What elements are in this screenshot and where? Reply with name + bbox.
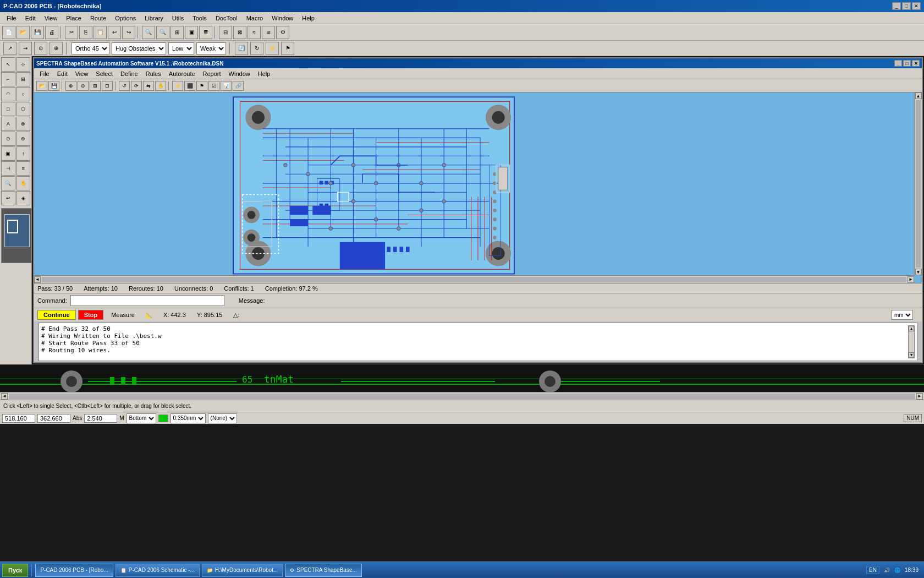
3d-btn[interactable]: ◈: [16, 191, 31, 205]
s-pick-btn[interactable]: ✋: [155, 81, 166, 91]
zoom-in-btn[interactable]: 🔍: [142, 26, 155, 39]
menu-edit[interactable]: Edit: [21, 14, 40, 23]
route3-btn[interactable]: ≈: [248, 26, 261, 39]
sm-rules[interactable]: Rules: [142, 70, 164, 78]
menu-doctool[interactable]: DocTool: [211, 14, 242, 23]
redo-btn[interactable]: ↪: [122, 26, 135, 39]
weak-select[interactable]: Weak: [196, 42, 226, 54]
s-zoom-fit[interactable]: ⊞: [90, 81, 101, 91]
save-btn[interactable]: 💾: [31, 26, 44, 39]
s-zoom-sel[interactable]: ⊡: [102, 81, 113, 91]
copy-btn[interactable]: ⎘: [79, 26, 92, 39]
layer-select[interactable]: Bottom: [127, 413, 156, 423]
menu-view[interactable]: View: [40, 14, 62, 23]
s-net-btn[interactable]: 🔗: [233, 81, 244, 91]
sm-autoroute[interactable]: Autoroute: [166, 70, 199, 78]
via-btn[interactable]: ⊙: [34, 42, 47, 55]
rect-btn[interactable]: □: [1, 102, 15, 116]
panview-btn[interactable]: ✋: [16, 176, 31, 190]
menu-utils[interactable]: Utils: [168, 14, 188, 23]
sm-select[interactable]: Select: [92, 70, 116, 78]
ortho-select[interactable]: Ortho 45: [72, 42, 109, 54]
s-route-btn[interactable]: ⚡: [172, 81, 183, 91]
wire-btn[interactable]: ⌐: [1, 72, 15, 86]
zoom-btn[interactable]: 🔍: [1, 176, 15, 190]
hug-select[interactable]: Hug Obstacles: [112, 42, 166, 54]
ec-btn[interactable]: ⚑: [281, 42, 294, 55]
menu-route[interactable]: Route: [86, 14, 111, 23]
attr-btn[interactable]: ≡: [16, 161, 31, 176]
menu-options[interactable]: Options: [111, 14, 140, 23]
open-btn[interactable]: 📂: [16, 26, 30, 39]
symbol-btn[interactable]: ⊗: [16, 117, 31, 131]
spectra-min-btn[interactable]: _: [894, 60, 902, 67]
netlst-btn[interactable]: ≣: [199, 26, 212, 39]
arc-btn[interactable]: ◠: [1, 87, 15, 101]
continue-button[interactable]: Continue: [37, 310, 76, 320]
autoroute-btn[interactable]: 🔄: [235, 42, 248, 55]
comp-btn[interactable]: ▣: [1, 146, 15, 161]
meas-btn[interactable]: ⊣: [1, 161, 15, 176]
sm-view[interactable]: View: [72, 70, 92, 78]
sm-edit[interactable]: Edit: [54, 70, 71, 78]
route4-btn[interactable]: ≋: [262, 26, 275, 39]
fanout-btn[interactable]: ⊕: [50, 42, 63, 55]
log-scrollbar[interactable]: ▲ ▼: [908, 325, 915, 358]
zoom-out-btn[interactable]: 🔍: [156, 26, 169, 39]
undo-btn[interactable]: ↩: [108, 26, 121, 39]
drc-btn[interactable]: ▣: [185, 26, 198, 39]
paste-btn[interactable]: 📋: [94, 26, 107, 39]
s-stop-btn[interactable]: ⬛: [184, 81, 195, 91]
s-zoom-out[interactable]: ⊖: [78, 81, 89, 91]
spectra-max-btn[interactable]: □: [903, 60, 911, 67]
pin-btn[interactable]: ↑: [16, 146, 31, 161]
route2-btn[interactable]: ⊠: [233, 26, 246, 39]
new-btn[interactable]: 📄: [2, 26, 15, 39]
s-flip-btn[interactable]: ⟳: [131, 81, 142, 91]
s-drc-btn[interactable]: ⚑: [196, 81, 207, 91]
s-open-btn[interactable]: 📂: [36, 81, 47, 91]
s-mirror-btn[interactable]: ⇆: [143, 81, 154, 91]
bus-btn[interactable]: ⊞: [16, 72, 31, 86]
via2-btn[interactable]: ⊕: [16, 132, 31, 146]
none-select[interactable]: (None): [208, 413, 237, 423]
title-controls[interactable]: _ □ ✕: [892, 2, 921, 10]
s-comp-btn[interactable]: 📊: [221, 81, 232, 91]
start-button[interactable]: Пуск: [2, 564, 28, 577]
s-save-btn[interactable]: 💾: [48, 81, 59, 91]
h-scrollbar[interactable]: ◄ ►: [34, 275, 914, 283]
text-btn[interactable]: A: [1, 117, 15, 131]
pad-btn[interactable]: ⊙: [1, 132, 15, 146]
zoom-fit-btn[interactable]: ⊞: [170, 26, 184, 39]
circle-btn[interactable]: ○: [16, 87, 31, 101]
cut-btn[interactable]: ✂: [65, 26, 78, 39]
route1-btn[interactable]: ⊟: [219, 26, 232, 39]
trace-select[interactable]: 0.350mm: [170, 413, 206, 423]
sm-window[interactable]: Window: [226, 70, 254, 78]
taskbar-item-3[interactable]: ⚙ SPECTRA ShapeBase...: [285, 564, 362, 577]
scroll-right-btn[interactable]: ►: [908, 276, 914, 283]
fanout2-btn[interactable]: ↻: [250, 42, 263, 55]
taskbar-item-1[interactable]: 📋 P-CAD 2006 Schematic -...: [116, 564, 200, 577]
route-mode-btn[interactable]: ↗: [3, 42, 16, 55]
select2-btn[interactable]: ⊹: [16, 57, 31, 72]
main-scroll-right[interactable]: ►: [916, 393, 923, 400]
drc2-btn[interactable]: ⚡: [266, 42, 279, 55]
undo2-btn[interactable]: ↩: [1, 191, 15, 205]
sm-file[interactable]: File: [36, 70, 53, 78]
s-rotate-btn[interactable]: ↺: [119, 81, 130, 91]
unit-select[interactable]: mm: [892, 310, 913, 320]
menu-place[interactable]: Place: [62, 14, 86, 23]
taskbar-item-0[interactable]: P-CAD 2006 PCB - [Robo...: [35, 564, 113, 577]
stop-button[interactable]: Stop: [78, 310, 103, 320]
sm-define[interactable]: Define: [117, 70, 141, 78]
maximize-btn[interactable]: □: [902, 2, 911, 10]
scroll-left-btn[interactable]: ◄: [34, 276, 41, 283]
close-btn[interactable]: ✕: [912, 2, 921, 10]
taskbar-item-2[interactable]: 📁 H:\MyDocuments\Robot...: [202, 564, 283, 577]
poly-btn[interactable]: ⬡: [16, 102, 31, 116]
menu-library[interactable]: Library: [140, 14, 168, 23]
route-opt-btn[interactable]: ⇝: [19, 42, 32, 55]
sm-help[interactable]: Help: [255, 70, 274, 78]
command-input[interactable]: [70, 295, 224, 306]
